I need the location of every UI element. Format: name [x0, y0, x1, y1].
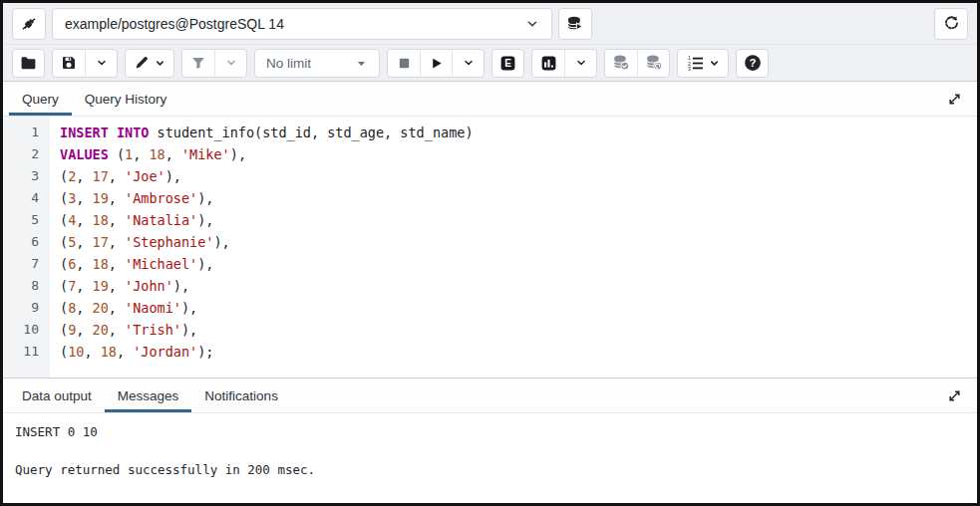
code-line: (3, 19, 'Ambrose'),: [60, 187, 977, 209]
line-number: 7: [3, 253, 39, 275]
tab-query-label: Query: [22, 92, 59, 107]
tab-query-history-label: Query History: [85, 92, 167, 107]
line-number: 1: [3, 122, 39, 143]
svg-text:E: E: [504, 58, 511, 69]
edit-menu-button[interactable]: [125, 49, 174, 78]
line-number: 6: [3, 231, 39, 253]
chevron-down-icon: [463, 57, 475, 69]
code-line: (6, 18, 'Michael'),: [60, 253, 977, 275]
save-icon: [61, 55, 77, 71]
filter-menu-button[interactable]: [214, 50, 246, 77]
commit-button[interactable]: [605, 50, 637, 77]
stop-button[interactable]: [388, 50, 420, 77]
line-number: 10: [3, 319, 39, 341]
svg-text:2: 2: [688, 61, 691, 66]
line-number-gutter: 1234567891011: [3, 117, 50, 378]
expand-output-button[interactable]: [937, 379, 971, 412]
explain-menu-button[interactable]: [564, 50, 596, 77]
connection-select[interactable]: example/postgres@PostgreSQL 14: [52, 8, 552, 40]
rollback-button[interactable]: [637, 50, 669, 77]
execute-button[interactable]: [420, 50, 452, 77]
line-number: 11: [3, 341, 39, 363]
tab-query[interactable]: Query: [9, 82, 72, 116]
line-number: 4: [3, 187, 39, 209]
reset-connection-button[interactable]: [934, 8, 968, 40]
explain-analyze-group: [531, 49, 597, 78]
save-menu-button[interactable]: [85, 50, 117, 77]
database-commit-icon: [612, 54, 630, 72]
output-tabbar: Data output Messages Notifications: [3, 378, 977, 413]
chevron-down-icon: [155, 58, 165, 69]
line-number: 9: [3, 297, 39, 319]
caret-down-icon: [355, 57, 368, 70]
sql-code-area[interactable]: INSERT INTO student_info(std_id, std_age…: [50, 117, 977, 378]
open-file-button[interactable]: [12, 49, 45, 78]
pencil-edit-icon: [134, 55, 150, 71]
database-rollback-icon: [645, 54, 663, 72]
chevron-down-icon: [96, 57, 108, 69]
expand-diagonal-icon: [947, 92, 962, 107]
macros-menu-button[interactable]: 1 2 3: [677, 49, 729, 78]
save-button[interactable]: [53, 50, 85, 77]
filter-button[interactable]: [182, 50, 214, 77]
database-connection-icon: [566, 15, 584, 33]
rotate-refresh-icon: [943, 15, 960, 32]
execute-button-group: [387, 49, 485, 78]
query-tabbar: Query Query History: [3, 82, 977, 117]
code-line: (4, 18, 'Natalia'),: [60, 209, 977, 231]
chevron-down-icon: [225, 57, 237, 69]
tab-notifications-label: Notifications: [204, 388, 278, 403]
play-icon: [429, 56, 444, 71]
tab-notifications[interactable]: Notifications: [191, 379, 291, 412]
code-line: (2, 17, 'Joe'),: [60, 165, 977, 187]
execute-menu-button[interactable]: [452, 50, 484, 77]
plug-icon: [20, 15, 38, 33]
tab-query-history[interactable]: Query History: [72, 82, 180, 116]
sql-editor: 1234567891011 INSERT INTO student_info(s…: [3, 117, 977, 378]
tab-messages-label: Messages: [118, 388, 179, 403]
tab-data-output[interactable]: Data output: [9, 379, 105, 412]
row-limit-select[interactable]: No limit: [254, 49, 380, 78]
code-line: (8, 20, 'Naomi'),: [60, 297, 977, 319]
tab-messages[interactable]: Messages: [105, 379, 192, 412]
line-number: 3: [3, 165, 39, 187]
expand-editor-button[interactable]: [937, 82, 971, 116]
code-line: (10, 18, 'Jordan');: [60, 341, 977, 363]
svg-text:1: 1: [688, 56, 691, 61]
message-line: [15, 441, 965, 460]
new-connection-button[interactable]: [558, 8, 592, 40]
row-limit-value: No limit: [266, 56, 311, 71]
explain-analyze-button[interactable]: [532, 50, 564, 77]
explain-e-icon: E: [499, 55, 516, 72]
transaction-group: [604, 49, 670, 78]
expand-diagonal-icon: [947, 388, 962, 403]
explain-button[interactable]: E: [491, 49, 524, 78]
connection-select-value: example/postgres@PostgreSQL 14: [65, 16, 284, 32]
messages-panel: INSERT 0 10 Query returned successfully …: [3, 413, 977, 503]
filter-button-group: [181, 49, 247, 78]
code-line: (9, 20, 'Trish'),: [60, 319, 977, 341]
message-line: Query returned successfully in 200 msec.: [15, 460, 965, 479]
code-line: INSERT INTO student_info(std_id, std_age…: [60, 122, 977, 143]
connection-bar: example/postgres@PostgreSQL 14: [3, 3, 977, 45]
line-number: 2: [3, 143, 39, 165]
help-question-icon: ?: [744, 54, 762, 72]
tab-data-output-label: Data output: [22, 388, 92, 403]
save-button-group: [52, 49, 118, 78]
help-button[interactable]: ?: [736, 49, 769, 78]
message-line: INSERT 0 10: [15, 422, 965, 441]
folder-icon: [20, 55, 37, 72]
chevron-down-icon: [525, 17, 539, 31]
svg-text:?: ?: [749, 57, 756, 69]
tabbar-spacer: [179, 82, 937, 116]
numbered-list-icon: 1 2 3: [687, 55, 704, 72]
filter-funnel-icon: [190, 55, 206, 71]
chevron-down-icon: [575, 57, 587, 69]
query-tool-window: example/postgres@PostgreSQL 14: [0, 0, 980, 506]
bar-chart-icon: [540, 55, 557, 72]
line-number: 8: [3, 275, 39, 297]
stop-icon: [397, 56, 412, 71]
svg-text:3: 3: [688, 66, 691, 71]
code-line: VALUES (1, 18, 'Mike'),: [60, 143, 977, 165]
connection-status-button[interactable]: [12, 8, 46, 40]
